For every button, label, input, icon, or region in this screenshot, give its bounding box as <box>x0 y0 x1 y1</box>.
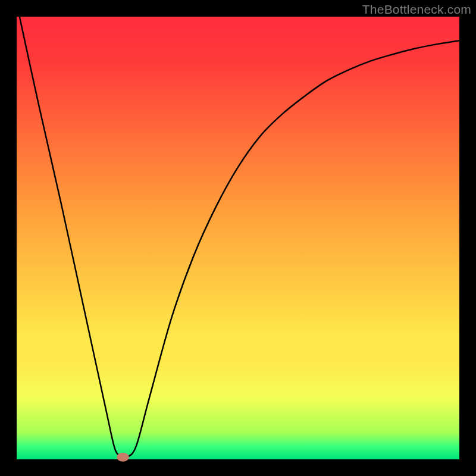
bottleneck-curve-svg <box>17 17 459 459</box>
bottleneck-curve-path <box>17 4 459 458</box>
chart-plot-area <box>17 17 459 459</box>
optimum-marker <box>117 453 129 462</box>
watermark-label: TheBottleneck.com <box>362 2 471 17</box>
